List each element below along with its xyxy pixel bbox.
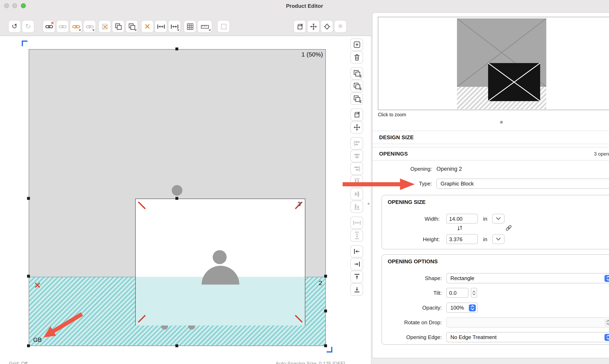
- width-row: Width: in: [382, 214, 609, 223]
- duplicate-count-badge: 3: [360, 88, 362, 91]
- openings-count: 3 openings: [594, 151, 609, 157]
- align-center-h-button[interactable]: [350, 150, 363, 162]
- rotate-on-drop-select[interactable]: [446, 317, 609, 327]
- height-unit-dropdown[interactable]: [492, 234, 504, 244]
- tilt-stepper[interactable]: [471, 288, 477, 298]
- design-preview[interactable]: [378, 17, 609, 110]
- move-opening-button[interactable]: [350, 121, 363, 133]
- clear-spacing-button[interactable]: [141, 20, 154, 33]
- strip-scroll-dot: [368, 203, 370, 205]
- chain-icon: [58, 24, 67, 29]
- align-bottom-button[interactable]: [350, 201, 363, 213]
- measure-options-button[interactable]: [168, 20, 181, 33]
- shape-select[interactable]: Rectangle: [446, 273, 609, 283]
- swap-dimensions-icon[interactable]: [457, 225, 463, 231]
- resize-handle[interactable]: [324, 344, 327, 347]
- ruler-corner-mark-bottom-right: [327, 347, 332, 352]
- placeholder-tool-button[interactable]: [217, 20, 230, 33]
- tilt-input[interactable]: [446, 288, 468, 298]
- effects-button[interactable]: ✳: [334, 20, 347, 33]
- auto-spacing-status: Auto-Spacing Size: 0.125 [OFF]: [276, 361, 345, 364]
- copy-style-button[interactable]: [112, 20, 125, 33]
- resize-handle[interactable]: [324, 275, 327, 278]
- move-arrows-icon: [310, 23, 317, 30]
- fit-view-button[interactable]: [307, 20, 320, 33]
- chevron-down-icon: [496, 217, 501, 220]
- link-button[interactable]: [56, 20, 69, 33]
- square-icon: [220, 23, 227, 30]
- ruler-lock-button[interactable]: [197, 20, 212, 33]
- link-all-button[interactable]: [83, 20, 96, 33]
- align-left-button[interactable]: [350, 137, 363, 149]
- align-bottom-icon: [354, 204, 360, 210]
- shape-label: Shape:: [382, 275, 442, 281]
- popup-stepper-icon: [605, 334, 609, 341]
- overlap-squares-icon: [128, 23, 135, 30]
- link-dimensions-icon[interactable]: [504, 223, 513, 232]
- delete-opening-button[interactable]: [350, 51, 363, 64]
- height-row: Height: in: [382, 234, 609, 244]
- preview-page-dot[interactable]: [500, 121, 503, 124]
- resize-handle[interactable]: [27, 197, 30, 200]
- resize-handle[interactable]: [176, 48, 178, 50]
- width-unit-dropdown[interactable]: [492, 214, 504, 223]
- resize-handle[interactable]: [27, 344, 30, 347]
- distribute-h-button[interactable]: [350, 217, 363, 229]
- duplicate-count-badge: 2: [360, 100, 362, 104]
- resize-handle[interactable]: [324, 310, 327, 312]
- ruler-icon: [201, 24, 209, 29]
- type-value: Graphic Block: [441, 181, 474, 187]
- opacity-select[interactable]: 100%: [446, 303, 478, 313]
- duplicate-pair-button[interactable]: 2: [350, 92, 363, 105]
- paste-style-button[interactable]: [125, 20, 138, 33]
- rotate-opening-button[interactable]: [350, 108, 363, 121]
- push-top-icon: [354, 273, 360, 280]
- center-view-button[interactable]: [321, 20, 333, 33]
- rotate-icon: [297, 23, 303, 30]
- opening-edge-select[interactable]: No Edge Treatment: [446, 332, 609, 342]
- unlink-button[interactable]: [43, 20, 55, 33]
- opening-1-label: 1 (50%): [301, 51, 323, 58]
- opening-3-region[interactable]: 3: [135, 199, 305, 325]
- distribute-h-icon: [353, 220, 361, 226]
- height-input[interactable]: [446, 234, 478, 244]
- push-left-button[interactable]: [350, 245, 363, 258]
- distribute-v-button[interactable]: [350, 229, 363, 242]
- graphic-block-marker-icon[interactable]: [34, 282, 41, 288]
- titlebar: Product Editor: [0, 0, 609, 12]
- undo-icon: ↺: [12, 23, 18, 30]
- openings-title: OPENINGS: [379, 151, 408, 157]
- push-right-icon: [353, 261, 360, 267]
- opening-edge-label: Opening Edge:: [382, 334, 442, 340]
- resize-handle[interactable]: [176, 197, 178, 200]
- openings-section-header[interactable]: OPENINGS 3 openings: [373, 147, 609, 160]
- grid-toggle-button[interactable]: [184, 20, 196, 33]
- clear-style-button[interactable]: [98, 20, 111, 33]
- design-size-section-header[interactable]: DESIGN SIZE: [373, 131, 609, 144]
- rotate-on-drop-row: Rotate on Drop:: [382, 317, 609, 327]
- measure-icon: [170, 24, 178, 29]
- push-top-button[interactable]: [350, 271, 363, 283]
- resize-handle[interactable]: [27, 275, 30, 278]
- resize-handle[interactable]: [176, 344, 178, 347]
- dropdown-triangle-icon: [79, 29, 81, 31]
- rotate-view-button[interactable]: [293, 20, 306, 33]
- add-opening-button[interactable]: [350, 39, 363, 51]
- width-input[interactable]: [446, 214, 478, 223]
- width-label: Width:: [382, 216, 440, 222]
- redo-button[interactable]: ↻: [22, 20, 34, 33]
- push-bottom-button[interactable]: [350, 283, 363, 296]
- measure-width-button[interactable]: [154, 20, 167, 33]
- type-select[interactable]: Graphic Block: [436, 179, 609, 189]
- duplicate-opening-button[interactable]: 3: [350, 67, 363, 79]
- push-right-button[interactable]: [350, 258, 363, 270]
- opening-options-card: OPENING OPTIONS Shape: Rectangle Tilt: O…: [381, 254, 609, 345]
- duplicate-opening-alt-button[interactable]: 3: [350, 80, 363, 92]
- starburst-icon: ✳: [338, 23, 343, 30]
- orange-x-icon: [145, 24, 150, 29]
- preview-opening3: [488, 63, 540, 101]
- undo-button[interactable]: ↺: [8, 20, 21, 33]
- align-right-button[interactable]: [350, 163, 363, 175]
- overlap-squares-icon: [115, 23, 122, 30]
- link-group-button[interactable]: [70, 20, 82, 33]
